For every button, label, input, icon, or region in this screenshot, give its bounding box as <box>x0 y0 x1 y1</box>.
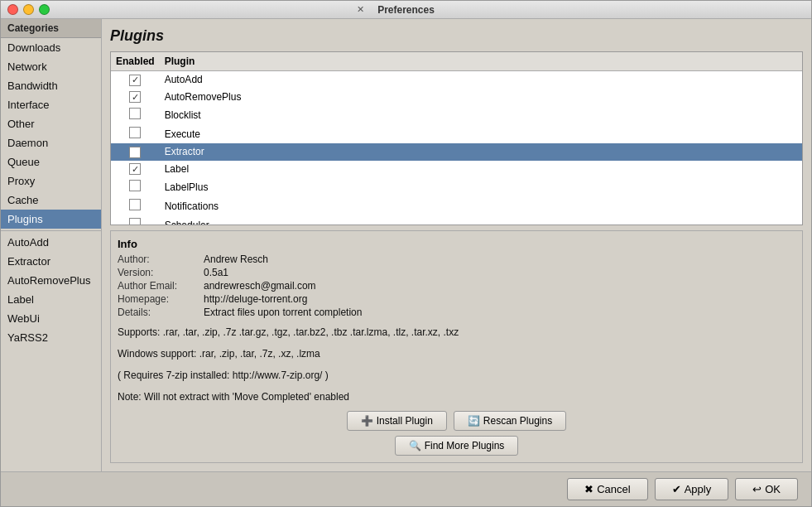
table-row[interactable]: AutoAdd <box>111 71 802 89</box>
sidebar-item-webui[interactable]: WebUi <box>1 309 101 328</box>
sidebar-item-network[interactable]: Network <box>1 57 101 76</box>
find-more-plugins-label: Find More Plugins <box>425 440 505 451</box>
plugin-checkbox[interactable] <box>129 108 141 119</box>
col-plugin: Plugin <box>160 52 802 71</box>
btn-row-2: 🔍 Find More Plugins <box>395 436 519 456</box>
plugins-table-container: Enabled Plugin AutoAddAutoRemovePlusBloc… <box>110 51 803 225</box>
sidebar-item-plugins[interactable]: Plugins <box>1 210 101 229</box>
checkbox-cell <box>111 215 160 225</box>
table-row[interactable]: Extractor <box>111 143 802 161</box>
table-header-row: Enabled Plugin <box>111 52 802 71</box>
sidebar-item-extractor[interactable]: Extractor <box>1 252 101 271</box>
btn-row-1: ➕ Install Plugin 🔄 Rescan Plugins <box>347 411 566 431</box>
plugin-name: Label <box>160 161 802 178</box>
info-extra-4: Note: Will not extract with 'Move Comple… <box>118 389 795 404</box>
plugin-name: Execute <box>160 124 802 143</box>
info-grid: Author: Andrew Resch Version: 0.5a1 Auth… <box>118 254 795 318</box>
sidebar-item-proxy[interactable]: Proxy <box>1 171 101 191</box>
plugin-checkbox[interactable] <box>129 91 141 103</box>
rescan-plugins-label: Rescan Plugins <box>483 415 552 427</box>
install-plugin-label: Install Plugin <box>377 415 433 427</box>
plugin-checkbox[interactable] <box>129 218 141 225</box>
sidebar-item-interface[interactable]: Interface <box>1 95 101 114</box>
table-row[interactable]: Execute <box>111 124 802 143</box>
sidebar-header: Categories <box>1 19 101 38</box>
rescan-plugins-button[interactable]: 🔄 Rescan Plugins <box>454 411 566 431</box>
plugin-checkbox[interactable] <box>129 127 141 138</box>
plugin-checkbox[interactable] <box>129 75 141 86</box>
find-icon: 🔍 <box>409 440 421 451</box>
action-buttons: ➕ Install Plugin 🔄 Rescan Plugins 🔍 Find… <box>118 411 795 456</box>
author-email-label: Author Email: <box>118 280 200 292</box>
checkbox-cell <box>111 143 160 161</box>
cancel-icon: ✖ <box>584 483 593 495</box>
plugin-name: Blocklist <box>160 105 802 124</box>
plugin-name: Scheduler <box>160 215 802 225</box>
sidebar-item-yarss2[interactable]: YaRSS2 <box>1 328 101 347</box>
plugin-name: Notifications <box>160 196 802 215</box>
info-extra-2: Windows support: .rar, .zip, .tar, .7z, … <box>118 346 795 361</box>
checkbox-cell <box>111 177 160 196</box>
author-value: Andrew Resch <box>204 254 795 265</box>
window-controls <box>7 4 50 15</box>
plugin-checkbox[interactable] <box>129 147 141 158</box>
table-row[interactable]: Label <box>111 161 802 178</box>
apply-label: Apply <box>685 483 712 495</box>
cancel-button[interactable]: ✖ Cancel <box>567 478 647 500</box>
apply-button[interactable]: ✔ Apply <box>655 478 729 500</box>
info-extra-3: ( Requires 7-zip installed: http://www.7… <box>118 368 795 383</box>
sidebar: Categories Downloads Network Bandwidth I… <box>1 19 102 471</box>
plugin-checkbox[interactable] <box>129 163 141 175</box>
window-icon: ✕ <box>357 4 364 15</box>
homepage-label: Homepage: <box>118 293 200 305</box>
cancel-label: Cancel <box>597 483 630 495</box>
details-label: Details: <box>118 307 200 318</box>
close-button[interactable] <box>7 4 18 15</box>
sidebar-item-other[interactable]: Other <box>1 114 101 133</box>
sidebar-item-daemon[interactable]: Daemon <box>1 133 101 152</box>
ok-icon: ↩ <box>752 483 762 495</box>
ok-button[interactable]: ↩ OK <box>735 478 798 500</box>
content-area: Plugins Enabled Plugin AutoAddAutoRemove… <box>102 19 811 471</box>
table-row[interactable]: Blocklist <box>111 105 802 124</box>
install-plugin-button[interactable]: ➕ Install Plugin <box>347 411 447 431</box>
ok-label: OK <box>765 483 781 495</box>
col-enabled: Enabled <box>111 52 160 71</box>
window-title: Preferences <box>377 4 435 16</box>
plugin-checkbox[interactable] <box>129 199 141 210</box>
sidebar-item-cache[interactable]: Cache <box>1 191 101 210</box>
info-extra-1: Supports: .rar, .tar, .zip, .7z .tar.gz,… <box>118 325 795 340</box>
checkbox-cell <box>111 124 160 143</box>
version-value: 0.5a1 <box>204 267 795 278</box>
checkbox-cell <box>111 105 160 124</box>
plugin-name: Extractor <box>160 143 802 161</box>
table-row[interactable]: Notifications <box>111 196 802 215</box>
window: ✕ Preferences Categories Downloads Netwo… <box>0 0 812 507</box>
checkbox-cell <box>111 89 160 106</box>
homepage-value: http://deluge-torrent.org <box>204 293 795 305</box>
checkbox-cell <box>111 71 160 89</box>
sidebar-item-downloads[interactable]: Downloads <box>1 38 101 57</box>
version-label: Version: <box>118 267 200 278</box>
sidebar-item-autoadd[interactable]: AutoAdd <box>1 233 101 252</box>
plugin-name: LabelPlus <box>160 177 802 196</box>
sidebar-item-queue[interactable]: Queue <box>1 152 101 171</box>
minimize-button[interactable] <box>23 4 34 15</box>
author-label: Author: <box>118 254 200 265</box>
plugin-checkbox[interactable] <box>129 180 141 191</box>
sidebar-item-label[interactable]: Label <box>1 290 101 309</box>
rescan-icon: 🔄 <box>468 415 480 427</box>
table-row[interactable]: Scheduler <box>111 215 802 225</box>
plugin-name: AutoAdd <box>160 71 802 89</box>
author-email-value: andrewresch@gmail.com <box>204 280 795 292</box>
find-more-plugins-button[interactable]: 🔍 Find More Plugins <box>395 436 519 456</box>
maximize-button[interactable] <box>39 4 50 15</box>
install-icon: ➕ <box>361 415 373 427</box>
table-row[interactable]: AutoRemovePlus <box>111 89 802 106</box>
plugin-name: AutoRemovePlus <box>160 89 802 106</box>
table-row[interactable]: LabelPlus <box>111 177 802 196</box>
main-content: Categories Downloads Network Bandwidth I… <box>1 19 811 471</box>
sidebar-item-autoremoveplus[interactable]: AutoRemovePlus <box>1 271 101 290</box>
section-title: Plugins <box>110 27 803 45</box>
sidebar-item-bandwidth[interactable]: Bandwidth <box>1 76 101 95</box>
